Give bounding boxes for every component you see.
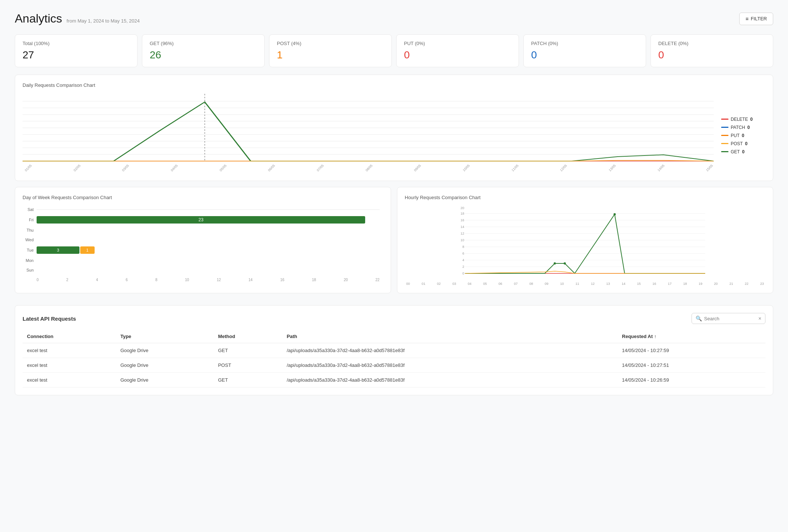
dow-fri-bar: 23	[37, 216, 380, 224]
dow-x-4: 4	[96, 278, 98, 282]
dow-wed-label: Wed	[23, 238, 34, 242]
hourly-chart-svg: 0 2 4 6 8 10 12 14 16 18 20 22	[405, 206, 765, 280]
filter-button[interactable]: ≡ FILTER	[739, 13, 773, 25]
col-path-label: Path	[287, 334, 297, 339]
dow-x-12: 12	[217, 278, 221, 282]
h-11: 11	[575, 282, 579, 286]
stat-put-label: PUT (0%)	[404, 41, 511, 46]
h-07: 07	[514, 282, 517, 286]
close-icon[interactable]: ×	[758, 316, 761, 321]
h-09: 09	[545, 282, 548, 286]
svg-text:12: 12	[461, 232, 464, 235]
svg-text:14: 14	[461, 225, 464, 229]
stat-get-value: 26	[150, 49, 257, 61]
legend-delete-value: 0	[750, 117, 753, 122]
hourly-chart-card: Hourly Requests Comparison Chart 0	[397, 187, 773, 293]
col-connection-label: Connection	[27, 334, 54, 339]
row-3-type: Google Drive	[116, 373, 214, 388]
legend-put-value: 0	[742, 133, 744, 138]
table-row: excel test Google Drive GET /api/uploads…	[23, 343, 765, 358]
table-tbody: excel test Google Drive GET /api/uploads…	[23, 343, 765, 388]
dow-tue-label: Tue	[23, 248, 34, 252]
stat-delete-value: 0	[658, 49, 765, 61]
legend-delete-label: DELETE	[731, 117, 748, 122]
h-14: 14	[622, 282, 625, 286]
dow-fri-row: Fri 23	[23, 216, 380, 224]
col-type-label: Type	[120, 334, 131, 339]
dow-thu-row: Thu	[23, 227, 380, 233]
search-box[interactable]: 🔍 ×	[692, 313, 765, 324]
dow-chart-title: Day of Week Requests Comparison Chart	[23, 195, 383, 200]
legend-put: PUT 0	[721, 133, 765, 138]
svg-text:8: 8	[462, 245, 464, 249]
api-requests-table-card: Latest API Requests 🔍 × Connection Type …	[15, 305, 773, 395]
row-3-method: GET	[214, 373, 282, 388]
col-path: Path	[282, 330, 618, 343]
dow-sun-row: Sun	[23, 267, 380, 273]
legend-delete: DELETE 0	[721, 117, 765, 122]
dow-chart-body: Sat Fri 23 Thu	[23, 206, 383, 282]
dow-sat-row: Sat	[23, 206, 380, 213]
dow-x-20: 20	[344, 278, 348, 282]
stat-total-value: 27	[23, 49, 130, 61]
svg-text:6: 6	[462, 252, 464, 255]
dow-mon-label: Mon	[23, 258, 34, 263]
h-21: 21	[729, 282, 733, 286]
dow-thu-label: Thu	[23, 228, 34, 232]
stat-post: POST (4%) 1	[269, 34, 392, 67]
filter-label: FILTER	[751, 16, 767, 21]
dow-x-10: 10	[185, 278, 189, 282]
dow-mon-bar	[37, 257, 380, 264]
stat-get: GET (96%) 26	[142, 34, 265, 67]
search-input[interactable]	[704, 316, 756, 321]
row-1-requested-at: 14/05/2024 - 10:27:59	[618, 343, 765, 358]
row-2-type: Google Drive	[116, 358, 214, 373]
hourly-chart-title: Hourly Requests Comparison Chart	[405, 195, 765, 200]
daily-chart-card: Daily Requests Comparison Chart 0	[15, 75, 773, 181]
stat-post-label: POST (4%)	[277, 41, 384, 46]
h-13: 13	[606, 282, 610, 286]
h-02: 02	[437, 282, 441, 286]
row-1-connection: excel test	[23, 343, 116, 358]
daily-chart-svg: 0 2 4 6 8 10 12 14 16 18	[23, 94, 714, 168]
legend-patch: PATCH 0	[721, 125, 765, 130]
h-20: 20	[714, 282, 718, 286]
stat-patch-value: 0	[531, 49, 638, 61]
col-requested-at[interactable]: Requested At ↑	[618, 330, 765, 343]
legend-post-value: 0	[745, 141, 748, 146]
col-connection: Connection	[23, 330, 116, 343]
stat-total: Total (100%) 27	[15, 34, 137, 67]
stat-patch-label: PATCH (0%)	[531, 41, 638, 46]
col-requested-at-label: Requested At ↑	[622, 334, 656, 339]
h-19: 19	[699, 282, 702, 286]
dow-x-axis: 0 2 4 6 8 10 12 14 16 18 20 22	[23, 278, 380, 282]
search-icon: 🔍	[696, 316, 702, 321]
svg-text:16: 16	[461, 218, 464, 222]
row-3-connection: excel test	[23, 373, 116, 388]
h-01: 01	[422, 282, 425, 286]
dow-tue-bar: 3 1	[37, 246, 380, 254]
legend-get: GET 0	[721, 149, 765, 154]
svg-text:20: 20	[461, 206, 464, 210]
stat-put-value: 0	[404, 49, 511, 61]
daily-chart-title: Daily Requests Comparison Chart	[23, 82, 765, 88]
stat-post-value: 1	[277, 49, 384, 61]
table-thead: Connection Type Method Path Requested At…	[23, 330, 765, 343]
svg-text:2: 2	[462, 265, 464, 269]
svg-point-46	[564, 262, 566, 265]
table-header-row: Connection Type Method Path Requested At…	[23, 330, 765, 343]
dow-x-18: 18	[312, 278, 316, 282]
dow-sat-label: Sat	[23, 207, 34, 212]
dow-sun-label: Sun	[23, 268, 34, 272]
h-15: 15	[637, 282, 641, 286]
dow-thu-bar	[37, 227, 380, 233]
dow-x-22: 22	[376, 278, 380, 282]
row-1-type: Google Drive	[116, 343, 214, 358]
date-range: from May 1, 2024 to May 15, 2024	[67, 18, 140, 24]
svg-point-47	[614, 213, 616, 215]
table-row: excel test Google Drive GET /api/uploads…	[23, 373, 765, 388]
h-23: 23	[760, 282, 764, 286]
row-3-path: /api/uploads/a35a330a-37d2-4aa8-b632-a0d…	[282, 373, 618, 388]
row-2-requested-at: 14/05/2024 - 10:27:51	[618, 358, 765, 373]
dow-chart-card: Day of Week Requests Comparison Chart Sa…	[15, 187, 391, 293]
